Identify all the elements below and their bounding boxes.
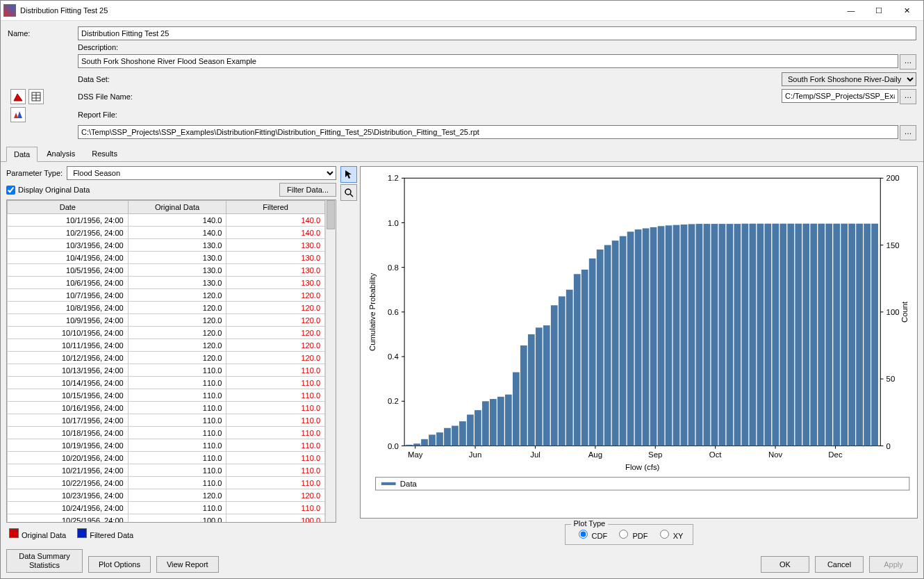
svg-text:0.2: 0.2: [388, 397, 399, 405]
ok-button[interactable]: OK: [761, 556, 809, 573]
tab-analysis[interactable]: Analysis: [39, 146, 83, 161]
data-summary-button[interactable]: Data Summary Statistics: [6, 549, 83, 573]
dss-label: DSS File Name:: [78, 92, 777, 101]
cancel-button[interactable]: Cancel: [815, 556, 864, 573]
svg-rect-88: [719, 224, 726, 446]
svg-rect-97: [787, 224, 794, 446]
description-field[interactable]: [78, 54, 898, 68]
table-row[interactable]: 10/22/1956, 24:00110.0110.0: [8, 477, 325, 489]
table-row[interactable]: 10/5/1956, 24:00130.0130.0: [8, 264, 325, 277]
table-row[interactable]: 10/15/1956, 24:00110.0110.0: [8, 389, 325, 402]
table-row[interactable]: 10/24/1956, 24:00110.0110.0: [8, 502, 325, 514]
table-row[interactable]: 10/13/1956, 24:00110.0110.0: [8, 364, 325, 377]
svg-text:Aug: Aug: [588, 450, 602, 459]
svg-rect-79: [650, 227, 657, 446]
svg-rect-102: [825, 224, 832, 446]
table-scrollbar[interactable]: [325, 200, 336, 522]
svg-rect-90: [734, 224, 741, 446]
table-row[interactable]: 10/16/1956, 24:00110.0110.0: [8, 402, 325, 414]
svg-rect-83: [681, 225, 688, 446]
table-row[interactable]: 10/2/1956, 24:00140.0140.0: [8, 227, 325, 239]
svg-rect-106: [856, 224, 863, 446]
table-row[interactable]: 10/9/1956, 24:00120.0120.0: [8, 314, 325, 327]
svg-rect-105: [848, 224, 855, 446]
table-row[interactable]: 10/23/1956, 24:00120.0120.0: [8, 489, 325, 502]
svg-text:0.4: 0.4: [388, 352, 399, 361]
svg-text:Sep: Sep: [648, 450, 662, 459]
svg-rect-103: [833, 224, 840, 446]
table-row[interactable]: 10/19/1956, 24:00110.0110.0: [8, 439, 325, 452]
scrollbar-thumb[interactable]: [327, 200, 335, 229]
data-table-scroll[interactable]: Date Original Data Filtered 10/1/1956, 2…: [7, 200, 325, 522]
distribution-icon-button[interactable]: [10, 107, 26, 122]
col-filtered[interactable]: Filtered: [226, 201, 325, 214]
pointer-tool-button[interactable]: [340, 166, 357, 183]
plot-type-cdf[interactable]: CDF: [575, 532, 608, 540]
tab-content: Parameter Type: Flood Season Display Ori…: [1, 162, 923, 545]
svg-line-5: [350, 194, 353, 197]
chart-container[interactable]: 0.00.20.40.60.81.01.2050100150200MayJunJ…: [360, 166, 918, 519]
name-field[interactable]: [78, 26, 916, 40]
description-browse-button[interactable]: …: [900, 54, 916, 70]
dss-file-field[interactable]: [782, 89, 898, 103]
svg-rect-94: [764, 224, 771, 446]
svg-rect-108: [871, 224, 878, 446]
dss-browse-button[interactable]: …: [900, 89, 916, 104]
svg-text:50: 50: [886, 375, 896, 383]
dataset-select[interactable]: South Fork Shoshone River-Daily: [782, 72, 916, 86]
table-row[interactable]: 10/25/1956, 24:00100.0100.0: [8, 514, 325, 523]
zoom-tool-button[interactable]: [340, 184, 357, 201]
table-row[interactable]: 10/18/1956, 24:00110.0110.0: [8, 427, 325, 439]
display-original-checkbox[interactable]: Display Original Data: [6, 186, 90, 195]
apply-button[interactable]: Apply: [869, 556, 918, 573]
svg-rect-49: [421, 439, 428, 446]
table-row[interactable]: 10/11/1956, 24:00120.0120.0: [8, 339, 325, 352]
tab-results[interactable]: Results: [84, 146, 125, 161]
svg-text:150: 150: [886, 241, 900, 250]
parameter-type-select[interactable]: Flood Season: [67, 166, 336, 180]
col-original[interactable]: Original Data: [128, 201, 226, 214]
col-date[interactable]: Date: [8, 201, 129, 214]
plot-icon-button[interactable]: [10, 89, 26, 104]
svg-rect-74: [612, 240, 619, 446]
view-report-button[interactable]: View Report: [156, 556, 219, 573]
table-row[interactable]: 10/21/1956, 24:00110.0110.0: [8, 464, 325, 477]
table-row[interactable]: 10/8/1956, 24:00120.0120.0: [8, 302, 325, 314]
close-button[interactable]: ✕: [893, 2, 921, 19]
table-row[interactable]: 10/10/1956, 24:00120.0120.0: [8, 327, 325, 339]
name-label: Name:: [8, 29, 74, 38]
svg-text:Count: Count: [900, 301, 909, 323]
svg-text:1.2: 1.2: [388, 174, 399, 182]
svg-rect-73: [604, 245, 611, 446]
table-row[interactable]: 10/6/1956, 24:00130.0130.0: [8, 277, 325, 289]
filter-data-button[interactable]: Filter Data...: [279, 183, 336, 197]
svg-text:0.0: 0.0: [388, 442, 399, 450]
table-row[interactable]: 10/4/1956, 24:00130.0130.0: [8, 252, 325, 264]
display-original-input[interactable]: [6, 186, 15, 195]
table-row[interactable]: 10/20/1956, 24:00110.0110.0: [8, 452, 325, 464]
table-row[interactable]: 10/7/1956, 24:00120.0120.0: [8, 289, 325, 302]
report-label: Report File:: [78, 111, 777, 119]
maximize-button[interactable]: ☐: [865, 2, 893, 19]
svg-rect-63: [528, 334, 535, 446]
table-row[interactable]: 10/12/1956, 24:00120.0120.0: [8, 352, 325, 364]
table-row[interactable]: 10/17/1956, 24:00110.0110.0: [8, 414, 325, 427]
table-row[interactable]: 10/1/1956, 24:00140.0140.0: [8, 214, 325, 227]
minimize-button[interactable]: —: [837, 2, 865, 19]
plot-type-pdf[interactable]: PDF: [616, 532, 647, 540]
svg-text:200: 200: [886, 174, 900, 182]
svg-rect-59: [497, 397, 504, 446]
report-file-field[interactable]: [78, 125, 898, 139]
plot-type-xy[interactable]: XY: [657, 532, 684, 540]
table-row[interactable]: 10/14/1956, 24:00110.0110.0: [8, 377, 325, 389]
svg-rect-60: [505, 395, 512, 446]
svg-rect-86: [704, 224, 711, 446]
svg-rect-52: [444, 428, 451, 446]
plot-options-button[interactable]: Plot Options: [88, 556, 151, 573]
svg-text:Flow (cfs): Flow (cfs): [625, 463, 660, 471]
tab-data[interactable]: Data: [6, 147, 38, 162]
report-browse-button[interactable]: …: [900, 125, 916, 140]
table-icon-button[interactable]: [28, 89, 44, 104]
right-pane: 0.00.20.40.60.81.01.2050100150200MayJunJ…: [340, 166, 918, 545]
table-row[interactable]: 10/3/1956, 24:00130.0130.0: [8, 239, 325, 252]
